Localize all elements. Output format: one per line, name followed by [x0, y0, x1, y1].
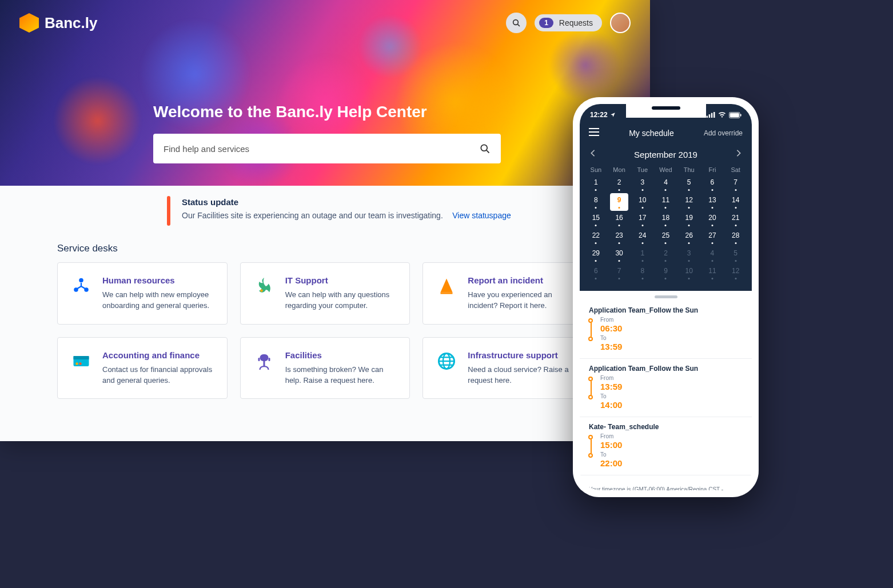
- calendar-day[interactable]: 4: [654, 175, 677, 193]
- calendar-day[interactable]: 1: [584, 175, 608, 193]
- status-banner: Status update Our Facilities site is exp…: [167, 196, 593, 226]
- calendar-day[interactable]: 23: [608, 229, 631, 246]
- statuspage-link[interactable]: View statuspage: [452, 211, 511, 220]
- calendar-day[interactable]: 17: [631, 211, 654, 229]
- calendar-day[interactable]: 6: [584, 264, 608, 282]
- calendar-day[interactable]: 15: [584, 211, 608, 229]
- calendar-day[interactable]: 5: [677, 175, 701, 193]
- from-label: From: [600, 375, 622, 381]
- svg-line-3: [487, 150, 489, 153]
- topbar: Banc.ly 1 Requests: [0, 0, 650, 46]
- help-search-box[interactable]: [153, 134, 501, 163]
- desk-title: Facilities: [285, 350, 397, 360]
- calendar-day[interactable]: 6: [701, 175, 724, 193]
- calendar-day[interactable]: 26: [677, 229, 701, 246]
- calendar-day[interactable]: 20: [701, 211, 724, 229]
- calendar-day[interactable]: 30: [608, 246, 631, 264]
- weekday-label: Mon: [608, 166, 631, 173]
- calendar-day[interactable]: 25: [654, 229, 677, 246]
- calendar-day[interactable]: 19: [677, 211, 701, 229]
- calendar-day[interactable]: 2: [608, 175, 631, 193]
- calendar-day[interactable]: 11: [654, 193, 677, 211]
- calendar-day[interactable]: 1: [631, 246, 654, 264]
- calendar-day[interactable]: 12: [724, 264, 747, 282]
- desk-description: We can help with any questions regarding…: [285, 290, 397, 311]
- add-override-link[interactable]: Add override: [704, 129, 743, 137]
- weekday-label: Sun: [584, 166, 608, 173]
- calendar-day[interactable]: 29: [584, 246, 608, 264]
- calendar-day[interactable]: 18: [654, 211, 677, 229]
- svg-line-1: [517, 24, 520, 26]
- calendar-day[interactable]: 4: [701, 246, 724, 264]
- desk-title: Infrastructure support: [468, 350, 580, 360]
- calendar-day[interactable]: 16: [608, 211, 631, 229]
- desk-card-it-support[interactable]: IT SupportWe can help with any questions…: [240, 262, 410, 325]
- calendar-day[interactable]: 7: [608, 264, 631, 282]
- desk-card-accounting-finance[interactable]: Accounting and financeContact us for fin…: [57, 337, 228, 399]
- calendar-day[interactable]: 3: [677, 246, 701, 264]
- to-time: 22:00: [600, 459, 622, 469]
- calendar-day[interactable]: 28: [724, 229, 747, 246]
- svg-rect-15: [258, 358, 260, 361]
- search-button[interactable]: [506, 13, 527, 33]
- svg-point-11: [75, 362, 78, 365]
- desk-card-facilities[interactable]: FacilitiesIs something broken? We can he…: [240, 337, 410, 399]
- credit-card-icon: [70, 350, 92, 372]
- requests-button[interactable]: 1 Requests: [535, 14, 602, 31]
- svg-rect-28: [740, 114, 741, 116]
- user-avatar[interactable]: [610, 13, 631, 33]
- calendar-day[interactable]: 10: [677, 264, 701, 282]
- schedule-item[interactable]: Kate- Team_scheduleFrom15:00To22:00: [580, 417, 752, 475]
- calendar-day[interactable]: 9: [610, 193, 629, 211]
- service-desks-heading: Service desks: [57, 243, 593, 254]
- desk-card-report-incident[interactable]: Report an incidentHave you experienced a…: [422, 262, 593, 325]
- battery-icon: [729, 112, 741, 118]
- calendar-day[interactable]: 12: [677, 193, 701, 211]
- next-month-button[interactable]: [736, 149, 741, 159]
- schedule-name: Kate- Team_schedule: [589, 423, 743, 431]
- desk-description: Need a cloud service? Raise a request he…: [468, 365, 580, 386]
- search-icon[interactable]: [479, 143, 491, 154]
- hero-banner: Banc.ly 1 Requests Welcome to the Banc.l…: [0, 0, 650, 186]
- schedule-name: Application Team_Follow the Sun: [589, 306, 743, 314]
- logo-icon: [19, 13, 39, 33]
- calendar-day[interactable]: 27: [701, 229, 724, 246]
- globe-icon: [436, 350, 457, 372]
- calendar-day[interactable]: 10: [631, 193, 654, 211]
- search-icon: [512, 18, 521, 27]
- svg-rect-10: [74, 356, 89, 359]
- desk-card-human-resources[interactable]: Human resourcesWe can help with new empl…: [57, 262, 228, 325]
- calendar-day[interactable]: 13: [701, 193, 724, 211]
- weekday-label: Thu: [677, 166, 701, 173]
- brand-logo[interactable]: Banc.ly: [19, 13, 98, 33]
- calendar-day[interactable]: 3: [631, 175, 654, 193]
- schedule-item[interactable]: Application Team_Follow the SunFrom13:59…: [580, 359, 752, 417]
- calendar-day[interactable]: 24: [631, 229, 654, 246]
- calendar-day[interactable]: 7: [724, 175, 747, 193]
- desk-title: IT Support: [285, 275, 397, 285]
- schedule-name: Application Team_Follow the Sun: [589, 365, 743, 373]
- to-time: 13:59: [600, 342, 622, 352]
- svg-rect-16: [268, 358, 270, 361]
- schedule-item[interactable]: Application Team_Follow the SunFrom06:30…: [580, 301, 752, 359]
- svg-rect-27: [730, 113, 739, 117]
- calendar-day[interactable]: 22: [584, 229, 608, 246]
- drag-handle[interactable]: [655, 295, 677, 298]
- calendar-day[interactable]: 14: [724, 193, 747, 211]
- search-input[interactable]: [164, 144, 479, 154]
- calendar-day[interactable]: 9: [654, 264, 677, 282]
- calendar-day[interactable]: 8: [584, 193, 608, 211]
- calendar-day[interactable]: 8: [631, 264, 654, 282]
- calendar-day[interactable]: 11: [701, 264, 724, 282]
- svg-rect-25: [713, 112, 715, 118]
- svg-point-12: [79, 362, 82, 365]
- svg-rect-24: [711, 113, 713, 118]
- svg-point-0: [513, 20, 519, 25]
- help-center-window: Banc.ly 1 Requests Welcome to the Banc.l…: [0, 0, 650, 441]
- desk-card-infrastructure-support[interactable]: Infrastructure supportNeed a cloud servi…: [422, 337, 593, 399]
- calendar-day[interactable]: 21: [724, 211, 747, 229]
- calendar-day[interactable]: 2: [654, 246, 677, 264]
- people-icon: [70, 275, 92, 297]
- signal-icon: [706, 112, 715, 118]
- calendar-day[interactable]: 5: [724, 246, 747, 264]
